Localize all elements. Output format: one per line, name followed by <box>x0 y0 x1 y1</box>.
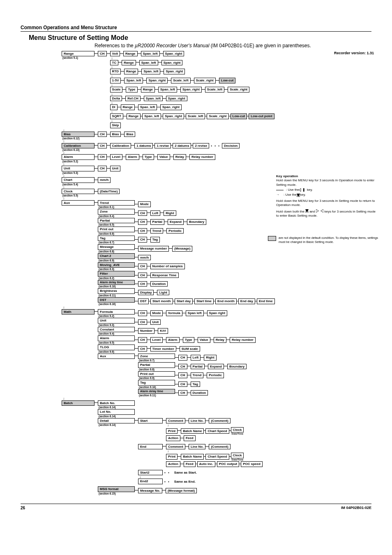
section-header: Common Operations and Menu Structure <box>21 25 371 32</box>
default-condition-note: are not displayed in the default conditi… <box>268 236 379 244</box>
chart-item: Chart <box>62 177 95 183</box>
clock-item: Clock <box>62 189 95 194</box>
page-title: Menu Structure of Setting Mode <box>29 34 371 42</box>
math-item: Math <box>62 309 95 315</box>
svg-marker-3 <box>297 194 300 197</box>
svg-marker-0 <box>299 188 301 192</box>
aux-item: Aux <box>62 200 95 206</box>
svg-marker-5 <box>305 209 309 213</box>
rtd: RTD <box>110 69 121 74</box>
menu-diagram: Recorder version: 1.31 Range (section 5.… <box>62 51 374 495</box>
scale: Scale <box>110 87 123 92</box>
page-number: 26 <box>21 506 25 510</box>
alarm-item: Alarm <box>62 154 95 160</box>
key-operation-box: Key operation Hold down the MENU key for… <box>276 174 379 218</box>
di: DI <box>110 104 118 110</box>
batch-item: Batch <box>62 400 95 406</box>
range-item: Range <box>62 51 95 57</box>
delta: Delta <box>110 96 122 102</box>
ch-box: CH <box>98 51 107 57</box>
unit-item: Unit <box>62 166 95 171</box>
page-footer: 26 IM 04P02B01-02E <box>21 504 371 510</box>
sqrt: SQRT <box>110 113 123 119</box>
tc: TC <box>110 60 119 66</box>
onefive: 1-5V <box>110 78 121 83</box>
skip: Skip <box>110 123 121 128</box>
volt: Volt <box>110 51 120 57</box>
calibration-item: Calibration <box>62 143 95 149</box>
bias-item: Bias <box>62 132 95 137</box>
svg-rect-1 <box>304 188 304 192</box>
doc-number: IM 04P02B01-02E <box>341 506 371 510</box>
svg-marker-6 <box>316 209 318 213</box>
intro-text: References to the µR20000 Recorder User'… <box>95 42 371 49</box>
